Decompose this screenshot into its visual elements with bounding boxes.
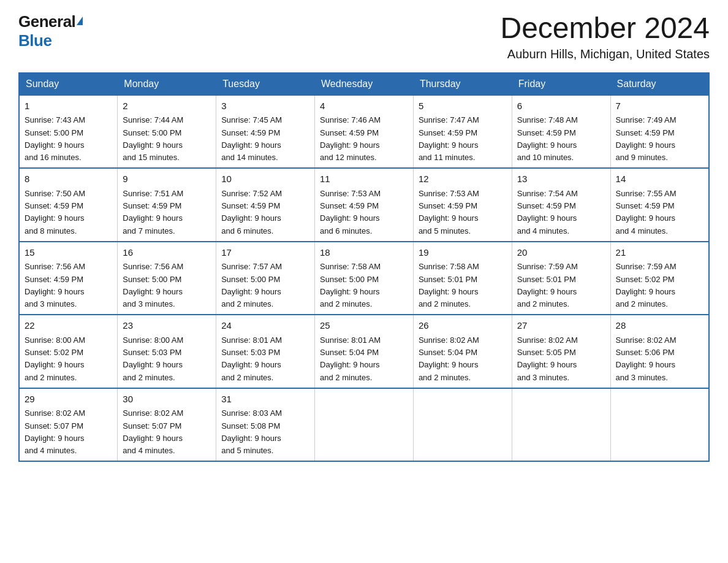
calendar-cell: 25 Sunrise: 8:01 AMSunset: 5:04 PMDaylig… [315, 315, 414, 388]
calendar-cell: 23 Sunrise: 8:00 AMSunset: 5:03 PMDaylig… [118, 315, 216, 388]
day-number: 20 [517, 246, 605, 260]
day-number: 21 [616, 246, 703, 260]
calendar-cell: 3 Sunrise: 7:45 AMSunset: 4:59 PMDayligh… [216, 95, 315, 169]
calendar-cell: 24 Sunrise: 8:01 AMSunset: 5:03 PMDaylig… [216, 315, 315, 388]
day-number: 3 [221, 99, 309, 113]
calendar-cell: 12 Sunrise: 7:53 AMSunset: 4:59 PMDaylig… [413, 168, 512, 242]
day-number: 31 [221, 393, 309, 407]
cell-content: Sunrise: 7:52 AMSunset: 4:59 PMDaylight:… [221, 189, 282, 236]
cell-content: Sunrise: 7:48 AMSunset: 4:59 PMDaylight:… [517, 115, 578, 162]
cell-content: Sunrise: 7:58 AMSunset: 5:00 PMDaylight:… [320, 262, 381, 308]
weekday-header-saturday: Saturday [610, 73, 709, 95]
day-number: 17 [221, 246, 309, 260]
cell-content: Sunrise: 8:01 AMSunset: 5:03 PMDaylight:… [221, 335, 282, 382]
weekday-header-wednesday: Wednesday [315, 73, 414, 95]
cell-content: Sunrise: 8:01 AMSunset: 5:04 PMDaylight:… [320, 335, 381, 382]
calendar-cell: 1 Sunrise: 7:43 AMSunset: 5:00 PMDayligh… [19, 95, 118, 169]
calendar-cell: 11 Sunrise: 7:53 AMSunset: 4:59 PMDaylig… [315, 168, 414, 242]
calendar-week-row: 15 Sunrise: 7:56 AMSunset: 4:59 PMDaylig… [19, 242, 709, 315]
weekday-header-friday: Friday [512, 73, 610, 95]
day-number: 2 [123, 99, 211, 113]
calendar-week-row: 8 Sunrise: 7:50 AMSunset: 4:59 PMDayligh… [19, 168, 709, 242]
calendar-cell: 13 Sunrise: 7:54 AMSunset: 4:59 PMDaylig… [512, 168, 610, 242]
day-number: 23 [123, 319, 211, 333]
cell-content: Sunrise: 8:00 AMSunset: 5:03 PMDaylight:… [123, 335, 183, 382]
cell-content: Sunrise: 7:43 AMSunset: 5:00 PMDaylight:… [25, 115, 85, 162]
cell-content: Sunrise: 7:59 AMSunset: 5:01 PMDaylight:… [517, 262, 578, 308]
calendar-week-row: 22 Sunrise: 8:00 AMSunset: 5:02 PMDaylig… [19, 315, 709, 388]
weekday-header-sunday: Sunday [19, 73, 118, 95]
day-number: 28 [616, 319, 703, 333]
cell-content: Sunrise: 8:02 AMSunset: 5:06 PMDaylight:… [616, 335, 677, 382]
logo-blue-text: Blue [18, 31, 51, 50]
day-number: 9 [123, 172, 211, 186]
day-number: 15 [25, 246, 112, 260]
calendar-cell: 19 Sunrise: 7:58 AMSunset: 5:01 PMDaylig… [413, 242, 512, 315]
day-number: 27 [517, 319, 605, 333]
day-number: 8 [25, 172, 112, 186]
calendar-cell: 16 Sunrise: 7:56 AMSunset: 5:00 PMDaylig… [118, 242, 216, 315]
day-number: 14 [616, 172, 703, 186]
calendar-cell: 30 Sunrise: 8:02 AMSunset: 5:07 PMDaylig… [118, 388, 216, 462]
calendar-cell: 27 Sunrise: 8:02 AMSunset: 5:05 PMDaylig… [512, 315, 610, 388]
day-number: 12 [419, 172, 507, 186]
day-number: 13 [517, 172, 605, 186]
calendar-cell: 28 Sunrise: 8:02 AMSunset: 5:06 PMDaylig… [610, 315, 709, 388]
day-number: 22 [25, 319, 112, 333]
cell-content: Sunrise: 7:56 AMSunset: 4:59 PMDaylight:… [25, 262, 85, 308]
cell-content: Sunrise: 7:53 AMSunset: 4:59 PMDaylight:… [320, 189, 381, 236]
calendar-cell: 7 Sunrise: 7:49 AMSunset: 4:59 PMDayligh… [610, 95, 709, 169]
logo: General Blue [18, 12, 83, 50]
day-number: 16 [123, 246, 211, 260]
cell-content: Sunrise: 7:45 AMSunset: 4:59 PMDaylight:… [221, 115, 282, 162]
calendar-cell: 14 Sunrise: 7:55 AMSunset: 4:59 PMDaylig… [610, 168, 709, 242]
page-header: General Blue December 2024 Auburn Hills,… [18, 12, 710, 61]
day-number: 4 [320, 99, 408, 113]
calendar-header-row: SundayMondayTuesdayWednesdayThursdayFrid… [19, 73, 709, 95]
cell-content: Sunrise: 7:46 AMSunset: 4:59 PMDaylight:… [320, 115, 381, 162]
location-title: Auburn Hills, Michigan, United States [500, 47, 710, 61]
calendar-cell: 8 Sunrise: 7:50 AMSunset: 4:59 PMDayligh… [19, 168, 118, 242]
calendar-cell: 18 Sunrise: 7:58 AMSunset: 5:00 PMDaylig… [315, 242, 414, 315]
day-number: 5 [419, 99, 507, 113]
day-number: 30 [123, 393, 211, 407]
cell-content: Sunrise: 7:59 AMSunset: 5:02 PMDaylight:… [616, 262, 677, 308]
calendar-cell: 29 Sunrise: 8:02 AMSunset: 5:07 PMDaylig… [19, 388, 118, 462]
calendar-cell: 26 Sunrise: 8:02 AMSunset: 5:04 PMDaylig… [413, 315, 512, 388]
day-number: 1 [25, 99, 112, 113]
calendar-week-row: 1 Sunrise: 7:43 AMSunset: 5:00 PMDayligh… [19, 95, 709, 169]
weekday-header-thursday: Thursday [413, 73, 512, 95]
cell-content: Sunrise: 8:02 AMSunset: 5:05 PMDaylight:… [517, 335, 578, 382]
calendar-cell: 10 Sunrise: 7:52 AMSunset: 4:59 PMDaylig… [216, 168, 315, 242]
cell-content: Sunrise: 8:02 AMSunset: 5:07 PMDaylight:… [123, 408, 183, 455]
calendar-cell: 9 Sunrise: 7:51 AMSunset: 4:59 PMDayligh… [118, 168, 216, 242]
calendar-table: SundayMondayTuesdayWednesdayThursdayFrid… [18, 72, 710, 462]
calendar-cell: 6 Sunrise: 7:48 AMSunset: 4:59 PMDayligh… [512, 95, 610, 169]
day-number: 26 [419, 319, 507, 333]
cell-content: Sunrise: 7:49 AMSunset: 4:59 PMDaylight:… [616, 115, 677, 162]
calendar-cell: 5 Sunrise: 7:47 AMSunset: 4:59 PMDayligh… [413, 95, 512, 169]
cell-content: Sunrise: 7:50 AMSunset: 4:59 PMDaylight:… [25, 189, 85, 236]
cell-content: Sunrise: 7:56 AMSunset: 5:00 PMDaylight:… [123, 262, 183, 308]
calendar-cell [413, 388, 512, 462]
month-title: December 2024 [500, 12, 710, 45]
calendar-cell [512, 388, 610, 462]
day-number: 19 [419, 246, 507, 260]
cell-content: Sunrise: 8:03 AMSunset: 5:08 PMDaylight:… [221, 408, 282, 455]
calendar-cell: 20 Sunrise: 7:59 AMSunset: 5:01 PMDaylig… [512, 242, 610, 315]
calendar-cell: 2 Sunrise: 7:44 AMSunset: 5:00 PMDayligh… [118, 95, 216, 169]
calendar-cell: 22 Sunrise: 8:00 AMSunset: 5:02 PMDaylig… [19, 315, 118, 388]
logo-triangle-icon [77, 17, 83, 25]
cell-content: Sunrise: 7:47 AMSunset: 4:59 PMDaylight:… [419, 115, 479, 162]
logo-general-text: General [18, 12, 75, 31]
day-number: 18 [320, 246, 408, 260]
calendar-cell: 21 Sunrise: 7:59 AMSunset: 5:02 PMDaylig… [610, 242, 709, 315]
calendar-cell: 15 Sunrise: 7:56 AMSunset: 4:59 PMDaylig… [19, 242, 118, 315]
day-number: 10 [221, 172, 309, 186]
cell-content: Sunrise: 7:58 AMSunset: 5:01 PMDaylight:… [419, 262, 479, 308]
cell-content: Sunrise: 8:02 AMSunset: 5:07 PMDaylight:… [25, 408, 85, 455]
cell-content: Sunrise: 7:51 AMSunset: 4:59 PMDaylight:… [123, 189, 183, 236]
calendar-week-row: 29 Sunrise: 8:02 AMSunset: 5:07 PMDaylig… [19, 388, 709, 462]
cell-content: Sunrise: 7:53 AMSunset: 4:59 PMDaylight:… [419, 189, 479, 236]
weekday-header-tuesday: Tuesday [216, 73, 315, 95]
